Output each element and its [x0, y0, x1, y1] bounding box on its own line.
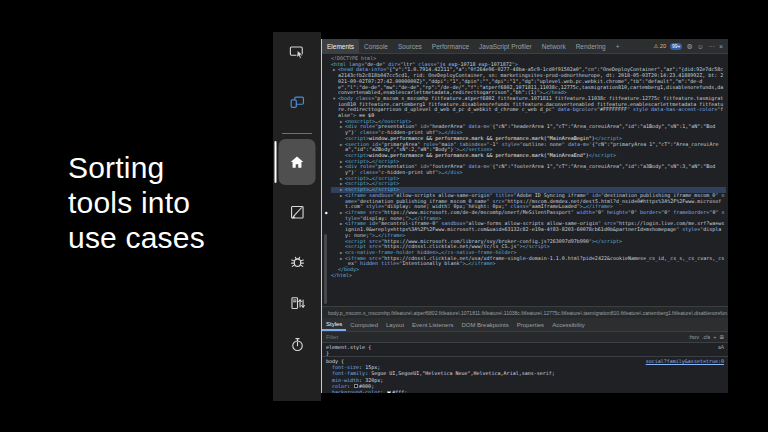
code-segment: data-m	[465, 163, 486, 169]
styles-tab-layout[interactable]: Layout	[382, 318, 408, 331]
code-segment: ></script>	[520, 243, 550, 249]
styles-filter-controls: :hov.cls+⊞	[689, 334, 724, 340]
code-segment: width	[574, 209, 592, 215]
breadcrumb[interactable]: body.p_mscom.s_mscomhp.fitfeature\.atper…	[322, 306, 728, 318]
warnings-badge[interactable]: ⚠ 20	[653, 43, 666, 49]
dom-tree-line[interactable]: ▼<body class="p_mscom s_mscomhp fitfeatu…	[331, 96, 726, 119]
code-segment: data-bgcolor	[555, 106, 594, 112]
styles-tab-dom-breakpoints[interactable]: DOM Breakpoints	[457, 318, 512, 331]
slide-title-line-2: tools into	[68, 185, 205, 220]
devtools-tab-network[interactable]: Network	[537, 39, 571, 53]
code-segment: </iframe>	[468, 260, 495, 266]
code-segment: </script>	[589, 152, 616, 158]
debug-button[interactable]	[281, 246, 313, 276]
devtools-tab-performance[interactable]: Performance	[427, 39, 474, 53]
stylesheet-source-link[interactable]: social?family&asset=true:0	[646, 358, 724, 364]
slide-title: Sorting tools into use cases	[68, 150, 205, 255]
devtools-tab-new[interactable]: +	[611, 39, 625, 53]
dom-tree: <!DOCTYPE html><html lang="de-de" dir="l…	[322, 54, 728, 306]
timer-icon	[288, 335, 307, 354]
code-segment: frameborder	[670, 209, 706, 215]
dom-tree-line[interactable]: </html>	[331, 273, 726, 279]
code-segment: data-m	[565, 141, 586, 147]
code-segment: outline: none	[523, 141, 562, 147]
element-style-close: }	[326, 350, 724, 356]
code-segment: </html>	[331, 272, 352, 278]
settings-gear-icon[interactable]: ⚙	[686, 43, 692, 50]
toolbar-divider	[282, 133, 312, 134]
close-icon[interactable]: ×	[719, 43, 723, 50]
grid-toggle-icon[interactable]: ⊞	[719, 334, 724, 340]
class-toggle[interactable]: .cls	[702, 334, 710, 340]
element-style-section: element.style { aA }	[322, 343, 728, 357]
devtools-toolbar-right: ⚠ 2099+⚙☺⋯×	[653, 39, 728, 53]
pseudo-state-toggle[interactable]: :hov	[689, 334, 699, 340]
code-segment: border	[637, 209, 658, 215]
css-property-name: background-color	[332, 389, 380, 393]
slide-title-line-1: Sorting	[68, 150, 205, 185]
code-segment: style data-has-accent-color	[630, 106, 714, 112]
font-editor-icon[interactable]: aA	[718, 344, 724, 350]
css-property-value: #000;	[359, 383, 374, 389]
code-segment: #FFFFFFFF	[600, 106, 627, 112]
devtools-tab-console[interactable]: Console	[359, 39, 393, 53]
color-swatch[interactable]	[354, 384, 358, 388]
dom-tree-line[interactable]: ▶<iframe sandbox="allow-scripts allow-sa…	[331, 193, 726, 210]
code-segment: height	[604, 209, 625, 215]
code-segment: {"v":"1.0.7914.42211","a":"0f264e96-0277…	[338, 66, 723, 95]
styles-filter-input[interactable]: Filter	[326, 334, 338, 340]
styles-tab-styles[interactable]: Styles	[322, 318, 346, 331]
dom-tree-line[interactable]: ▶<iframe src="https://cdnssl.clicktale.n…	[331, 256, 726, 267]
code-segment: </div>	[444, 169, 462, 175]
devtools-tab-javascript-profiler[interactable]: JavaScript Profiler	[474, 39, 537, 53]
code-segment: data-m	[465, 123, 486, 129]
new-style-rule-button[interactable]: +	[713, 334, 716, 340]
devtools-tab-elements[interactable]: Elements	[322, 39, 359, 53]
rule-properties: font-size: 15px;font-family: Segoe UI,Se…	[326, 364, 724, 393]
bug-icon	[288, 252, 307, 271]
code-segment: style	[499, 141, 517, 147]
line-marker-dot: ●	[325, 210, 327, 216]
styles-filter-row: Filter :hov.cls+⊞	[322, 332, 728, 343]
design-tools-button[interactable]	[281, 197, 313, 227]
feedback-icon[interactable]: ☺	[697, 43, 704, 50]
timer-button[interactable]	[281, 329, 313, 359]
styles-tab-properties[interactable]: Properties	[513, 318, 548, 331]
devtools-tabbar: ElementsConsoleSourcesPerformanceJavaScr…	[322, 39, 728, 54]
screen-share-icon	[288, 43, 307, 62]
css-property-name: font-size	[332, 364, 359, 370]
more-options-icon[interactable]: ⋯	[708, 43, 715, 50]
devices-button[interactable]	[281, 86, 313, 116]
styles-tab-accessibility[interactable]: Accessibility	[548, 318, 589, 331]
devtools-tab-rendering[interactable]: Rendering	[571, 39, 611, 53]
element-style-open[interactable]: element.style {	[326, 344, 371, 350]
presentation-slide: Sorting tools into use cases	[0, 0, 768, 432]
home-icon	[288, 153, 307, 172]
active-item-indicator	[275, 141, 277, 183]
design-ruler-icon	[288, 203, 307, 222]
css-property-name: color	[332, 383, 347, 389]
code-segment: Intentionally blank	[402, 260, 459, 266]
color-swatch[interactable]	[387, 391, 391, 393]
styles-tab-computed[interactable]: Computed	[346, 318, 382, 331]
css-property-value: 15px;	[365, 364, 380, 370]
dom-tree-line[interactable]: ▶<head data-info="{"v":"1.0.7914.42211",…	[331, 67, 726, 96]
styles-tab-event-listeners[interactable]: Event Listeners	[408, 318, 457, 331]
app-toolbar	[273, 32, 321, 401]
sort-button[interactable]	[281, 288, 313, 318]
devtools-tab-sources[interactable]: Sources	[393, 39, 427, 53]
scrollbar-thumb[interactable]	[324, 234, 327, 304]
code-segment: ></script>	[592, 238, 622, 244]
devtools-panel: ElementsConsoleSourcesPerformanceJavaScr…	[321, 39, 728, 393]
devtools-tabbar-tabs: ElementsConsoleSourcesPerformanceJavaScr…	[322, 39, 611, 53]
screen-share-button[interactable]	[281, 37, 313, 67]
css-property-background-color[interactable]: background-color: #fff;	[326, 389, 724, 393]
issues-badge[interactable]: 99+	[670, 43, 682, 50]
css-property-value: 320px;	[365, 377, 383, 383]
css-property-value: Segoe UI,SegoeUI,"Helvetica Neue",Helvet…	[371, 370, 555, 376]
home-button[interactable]	[279, 139, 316, 185]
code-segment: style	[679, 226, 697, 232]
body-style-rule: body { social?family&asset=true:0 font-s…	[322, 357, 728, 393]
dom-tree-line[interactable]: ▶<iframe id="mecontrol-iframe-0" sandbox…	[331, 221, 726, 238]
sort-icon	[288, 294, 307, 313]
